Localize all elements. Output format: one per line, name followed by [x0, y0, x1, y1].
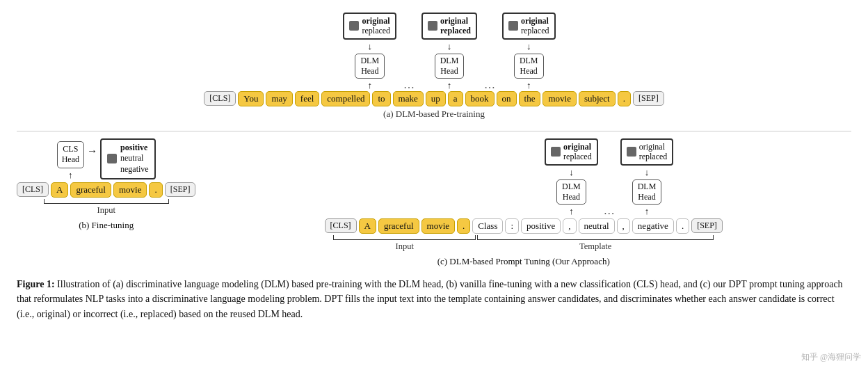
c-or-2: original replaced — [620, 138, 674, 166]
caption-text: Illustration of (a) discriminative langu… — [17, 279, 843, 319]
c-class: Class — [472, 218, 503, 234]
original-replaced-2: original replaced — [421, 13, 477, 40]
section-a-label: (a) DLM-based Pre-training — [383, 109, 485, 120]
c-movie: movie — [421, 218, 456, 234]
token-period: . — [618, 91, 631, 106]
b-period: . — [149, 182, 162, 198]
b-a: A — [51, 182, 68, 198]
token-up: up — [426, 91, 446, 106]
dlm-head-1: DLMHead — [355, 54, 385, 79]
section-a: original replaced ↓ DLMHead ↑ … original… — [17, 13, 851, 127]
dlm-group-1: original replaced ↓ DLMHead ↑ — [343, 13, 396, 91]
b-cls: [CLS] — [17, 182, 49, 197]
input-label-c: Input — [396, 241, 414, 252]
input-label-b: Input — [97, 205, 115, 216]
token-you: You — [238, 91, 264, 106]
token-row-b: [CLS] A graceful movie . [SEP] — [17, 182, 195, 198]
figure-caption: Figure 1: Illustration of (a) discrimina… — [17, 277, 851, 322]
c-cls: [CLS] — [325, 218, 357, 233]
c-graceful: graceful — [378, 218, 419, 234]
b-graceful: graceful — [70, 182, 111, 198]
sentiment-negative: negative — [120, 164, 149, 175]
bottom-row: CLSHead ↑ → positive neutral negative — [17, 138, 851, 267]
c-neutral: neutral — [579, 218, 615, 234]
token-the: the — [519, 91, 541, 106]
token-subject: subject — [579, 91, 616, 106]
token-book: book — [465, 91, 495, 106]
c-period2: . — [676, 218, 689, 234]
original-replaced-1: original replaced — [343, 13, 396, 40]
c-a: A — [359, 218, 376, 234]
c-dlm-group-2: original replaced ↓ DLMHead ↑ — [620, 138, 674, 217]
c-negative: negative — [632, 218, 674, 234]
token-feel: feel — [295, 91, 319, 106]
c-comma2: , — [617, 218, 630, 234]
token-row-a: [CLS] You may feel compelled to make up … — [204, 91, 664, 106]
original-replaced-3: original replaced — [502, 13, 556, 40]
c-comma1: , — [563, 218, 576, 234]
sentiment-positive: positive — [120, 143, 149, 154]
token-on: on — [497, 91, 517, 106]
dlm-head-3: DLMHead — [514, 54, 544, 79]
c-positive: positive — [521, 218, 561, 234]
c-dlm-head-2: DLMHead — [632, 179, 662, 205]
token-to: to — [372, 91, 390, 106]
sep-2: … — [483, 79, 497, 91]
diagram-area: original replaced ↓ DLMHead ↑ … original… — [17, 13, 851, 267]
token-make: make — [393, 91, 424, 106]
figure-number: Figure 1: — [17, 279, 55, 289]
token-row-c: [CLS] A graceful movie . Class : positiv… — [325, 218, 723, 234]
c-or-1: original replaced — [545, 138, 598, 166]
dlm-head-2: DLMHead — [435, 54, 465, 79]
c-colon: : — [505, 218, 519, 234]
panel-b: CLSHead ↑ → positive neutral negative — [17, 138, 195, 231]
token-movie: movie — [542, 91, 577, 106]
sep-1: … — [402, 79, 416, 91]
token-compelled: compelled — [321, 91, 370, 106]
c-dlm-head-1: DLMHead — [556, 179, 586, 205]
dlm-group-2: original replaced ↓ DLMHead ↑ — [421, 13, 477, 91]
dlm-group-3: original replaced ↓ DLMHead ↑ — [502, 13, 556, 91]
divider — [17, 131, 851, 131]
cls-head: CLSHead — [57, 141, 84, 168]
token-sep: [SEP] — [633, 91, 664, 106]
watermark: 知乎 @海狸问学 — [801, 351, 861, 363]
token-cls: [CLS] — [204, 91, 236, 106]
template-label-c: Template — [579, 241, 611, 252]
c-sep: [SEP] — [691, 218, 723, 233]
b-sep: [SEP] — [165, 182, 196, 197]
panel-c: original replaced ↓ DLMHead ↑ … — [195, 138, 851, 267]
b-movie: movie — [113, 182, 147, 198]
sentiment-box: positive neutral negative — [100, 138, 156, 179]
token-may: may — [266, 91, 292, 106]
section-c-label: (c) DLM-based Prompt Tuning (Our Approac… — [437, 256, 610, 267]
c-dlm-group-1: original replaced ↓ DLMHead ↑ — [545, 138, 598, 217]
token-a: a — [448, 91, 463, 106]
sentiment-neutral: neutral — [120, 153, 149, 164]
c-sep: … — [602, 205, 616, 217]
c-period1: . — [457, 218, 470, 234]
section-b-label: (b) Fine-tuning — [79, 220, 134, 231]
